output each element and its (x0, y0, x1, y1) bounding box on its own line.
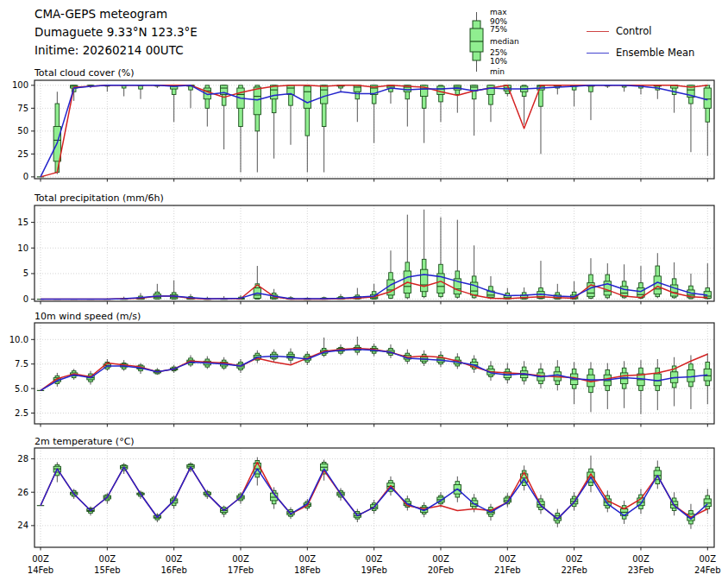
svg-text:20Feb: 20Feb (428, 565, 454, 575)
svg-text:0: 0 (23, 294, 28, 304)
legend-label-ensemble-mean: Ensemble Mean (616, 47, 694, 59)
title-line-inittime: Initime: 20260214 00UTC (35, 41, 198, 60)
svg-text:00Z: 00Z (632, 554, 650, 564)
meteogram-page: 02550751000510152.55.07.510.024262800Z14… (0, 0, 728, 587)
ensemble-mean-line-swatch (587, 53, 609, 54)
svg-text:26: 26 (17, 488, 28, 497)
svg-text:17Feb: 17Feb (228, 565, 254, 575)
svg-text:7.5: 7.5 (15, 359, 28, 369)
y-axis-ticks: 242628 (17, 454, 35, 530)
svg-text:10: 10 (17, 243, 28, 253)
panel-title-cloud-cover: Total cloud cover (%) (35, 67, 135, 79)
panel-title-wind-speed: 10m wind speed (m/s) (35, 311, 141, 322)
svg-text:28: 28 (17, 454, 28, 464)
svg-text:00Z: 00Z (166, 554, 183, 564)
x-axis-labels: 00Z14Feb00Z15Feb00Z16Feb00Z17Feb00Z18Feb… (28, 554, 721, 575)
svg-text:25: 25 (17, 149, 28, 159)
svg-text:75: 75 (17, 104, 28, 113)
legend-label-min: min (490, 67, 505, 76)
svg-text:0: 0 (23, 172, 28, 181)
legend-label-max: max (490, 8, 507, 16)
y-axis-ticks: 2.55.07.510.0 (9, 335, 35, 418)
title-line-app: CMA-GEPS meteogram (35, 5, 198, 23)
legend-label-p10: 10% (490, 57, 507, 66)
svg-text:22Feb: 22Feb (561, 565, 587, 575)
panel-title-temperature: 2m temperature (°C) (35, 436, 135, 447)
panel-2: 2.55.07.510.0 (9, 323, 714, 427)
svg-text:23Feb: 23Feb (628, 565, 654, 575)
legend-label-control: Control (616, 25, 652, 37)
y-axis-ticks: 051015 (17, 218, 35, 304)
panel-3: 242628 (17, 448, 714, 551)
svg-text:00Z: 00Z (232, 554, 249, 564)
svg-text:24: 24 (17, 521, 28, 530)
y-axis-ticks: 0255075100 (12, 80, 35, 181)
panel-title-precipitation: Total precipitation (mm/6h) (35, 193, 164, 204)
control-line-swatch (587, 31, 609, 32)
svg-text:50: 50 (17, 126, 28, 136)
gridlines (35, 323, 714, 424)
legend-label-p75: 75% (490, 25, 507, 34)
panel-1: 051015 (17, 205, 714, 305)
meteogram-chart-svg: 02550751000510152.55.07.510.024262800Z14… (0, 0, 728, 587)
box-whisker-series (37, 210, 712, 300)
svg-text:2.5: 2.5 (15, 408, 28, 418)
svg-text:5: 5 (23, 268, 28, 278)
svg-text:00Z: 00Z (499, 554, 517, 564)
svg-text:00Z: 00Z (700, 554, 717, 564)
legend-label-median: median (490, 37, 519, 46)
boxplot-legend-icon (466, 7, 488, 79)
svg-text:10.0: 10.0 (9, 335, 28, 344)
svg-text:15: 15 (17, 218, 28, 227)
svg-text:15Feb: 15Feb (94, 565, 120, 575)
svg-text:100: 100 (12, 80, 28, 90)
svg-text:18Feb: 18Feb (294, 565, 320, 575)
title-line-location: Dumaguete 9.33°N 123.3°E (35, 23, 198, 41)
svg-text:24Feb: 24Feb (694, 565, 720, 575)
svg-text:00Z: 00Z (366, 554, 383, 564)
svg-text:21Feb: 21Feb (494, 565, 520, 575)
svg-text:00Z: 00Z (432, 554, 449, 564)
svg-text:14Feb: 14Feb (28, 565, 53, 575)
page-title: CMA-GEPS meteogram Dumaguete 9.33°N 123.… (35, 5, 198, 60)
svg-text:16Feb: 16Feb (160, 565, 186, 575)
gridlines (35, 448, 714, 547)
svg-text:00Z: 00Z (32, 554, 49, 564)
legend-label-p90: 90% (490, 17, 507, 26)
svg-text:5.0: 5.0 (15, 384, 28, 394)
svg-text:00Z: 00Z (299, 554, 317, 564)
panel-0: 0255075100 (12, 80, 714, 182)
legend-label-p25: 25% (490, 48, 507, 57)
svg-text:19Feb: 19Feb (361, 565, 386, 575)
svg-text:00Z: 00Z (566, 554, 583, 564)
svg-text:00Z: 00Z (99, 554, 116, 564)
